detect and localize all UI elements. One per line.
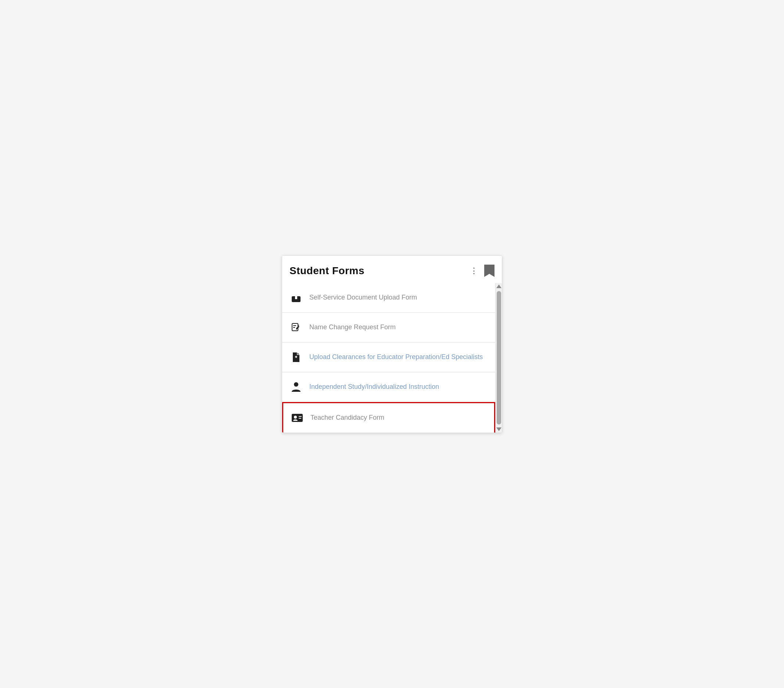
bookmark-icon[interactable] [484,265,494,277]
list-item[interactable]: Upload Clearances for Educator Preparati… [282,343,495,372]
forms-list: Self-Service Document Upload Form Name C… [282,283,495,432]
upload-cloud-icon [290,291,303,304]
scroll-wrapper: Self-Service Document Upload Form Name C… [282,283,502,432]
page-title: Student Forms [290,265,364,277]
item-label: Self-Service Document Upload Form [309,293,417,302]
svg-point-8 [294,382,298,387]
scrollbar[interactable] [495,283,502,432]
item-label: Upload Clearances for Educator Preparati… [309,353,483,361]
id-card-icon [291,411,304,424]
scrollbar-thumb[interactable] [497,291,501,424]
list-item-teacher-candidacy[interactable]: Teacher Candidacy Form [282,402,495,432]
item-label: Teacher Candidacy Form [310,413,384,422]
edit-icon [290,321,303,334]
more-options-icon[interactable]: ⋮ [470,267,478,275]
list-content: Self-Service Document Upload Form Name C… [282,283,495,432]
file-plus-icon [290,351,303,364]
list-item[interactable]: Self-Service Document Upload Form [282,283,495,313]
list-item[interactable]: Independent Study/Individualized Instruc… [282,372,495,402]
item-label: Independent Study/Individualized Instruc… [309,382,439,391]
widget-header: Student Forms ⋮ [282,256,502,283]
scroll-up-arrow[interactable] [496,284,501,288]
header-actions: ⋮ [470,265,494,277]
item-label: Name Change Request Form [309,323,396,332]
list-item[interactable]: Name Change Request Form [282,313,495,343]
person-icon [290,380,303,394]
svg-point-10 [294,416,297,419]
student-forms-widget: Student Forms ⋮ Self-Service Documen [282,256,502,433]
scroll-down-arrow[interactable] [496,427,501,431]
svg-rect-2 [292,300,300,302]
